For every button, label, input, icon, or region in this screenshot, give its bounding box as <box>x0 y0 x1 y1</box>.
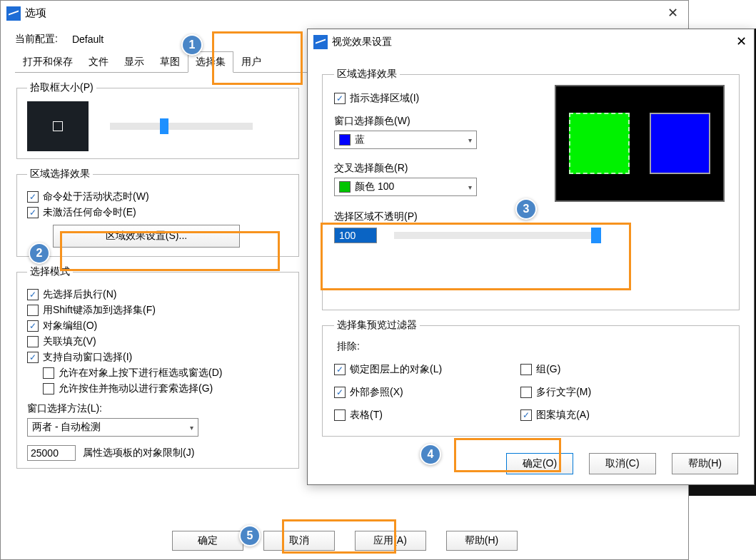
popup-ok-button[interactable]: 确定(O) <box>506 453 573 474</box>
object-limit-label: 属性选项板的对象限制(J) <box>83 447 194 459</box>
chk-shift-add-label: 用Shift键添加到选择集(F) <box>43 304 156 317</box>
callout-4: 4 <box>420 444 441 465</box>
area-effect-group: 区域选择效果 命令处于活动状态时(W) 未激活任何命令时(E) 区域效果设置(S… <box>16 168 299 257</box>
chk-table-label: 表格(T) <box>350 409 383 422</box>
chk-lasso-label: 允许按住并拖动以进行套索选择(G) <box>59 382 213 395</box>
tab-file[interactable]: 文件 <box>81 51 116 72</box>
opacity-slider[interactable] <box>394 232 601 239</box>
cross-color-select[interactable]: 颜色 100 ▾ <box>334 178 477 196</box>
window-method-select[interactable]: 两者 - 自动检测 ▾ <box>27 418 198 437</box>
callout-3: 3 <box>515 198 537 220</box>
chk-object-group-label: 对象编组(O) <box>43 320 97 332</box>
pickbox-group: 拾取框大小(P) <box>16 81 299 159</box>
chk-group-label: 组(G) <box>536 363 560 376</box>
pickbox-slider[interactable] <box>110 123 253 130</box>
color-preview <box>555 85 725 202</box>
apply-button[interactable]: 应用(A) <box>355 531 426 551</box>
color-swatch-blue-icon <box>339 134 351 146</box>
chk-mtext-label: 多行文字(M) <box>536 386 591 399</box>
select-mode-group: 选择模式 先选择后执行(N) 用Shift键添加到选择集(F) 对象编组(O) … <box>16 265 299 469</box>
help-button[interactable]: 帮助(H) <box>446 531 518 551</box>
chk-pre-select-label: 先选择后执行(N) <box>43 288 116 301</box>
filter-group: 选择集预览过滤器 排除: 锁定图层上的对象(L) 外部参照(X) 表格(T) 组… <box>322 319 740 437</box>
chevron-down-icon: ▾ <box>468 183 472 191</box>
chk-pattern-fill[interactable] <box>520 409 532 421</box>
preview-blue-square-icon <box>650 113 710 174</box>
chk-locked-layer-label: 锁定图层上的对象(L) <box>350 363 442 376</box>
cross-color-value: 颜色 100 <box>355 180 394 193</box>
area-effect-legend: 区域选择效果 <box>27 168 93 180</box>
callout-2: 2 <box>29 243 50 264</box>
opacity-input[interactable]: 100 <box>334 228 377 243</box>
chk-indicate-area[interactable] <box>334 93 346 104</box>
tab-open-save[interactable]: 打开和保存 <box>15 51 81 72</box>
config-label: 当前配置: <box>15 33 58 46</box>
popup-area-effect-legend: 区域选择效果 <box>334 68 400 81</box>
filter-legend: 选择集预览过滤器 <box>334 319 420 332</box>
window-color-value: 蓝 <box>355 133 365 146</box>
tab-user[interactable]: 用户 <box>233 51 269 72</box>
chk-press-drag[interactable] <box>43 367 54 379</box>
chevron-down-icon: ▾ <box>468 136 472 144</box>
popup-title: 视觉效果设置 <box>332 36 392 49</box>
chk-cmd-inactive-label: 未激活任何命令时(E) <box>43 206 136 219</box>
chevron-down-icon: ▾ <box>190 424 193 432</box>
pickbox-preview <box>27 101 89 151</box>
chk-group[interactable] <box>520 364 532 375</box>
chk-locked-layer[interactable] <box>334 364 346 375</box>
close-icon[interactable]: ✕ <box>736 34 747 49</box>
chk-xref[interactable] <box>334 387 346 398</box>
chk-auto-window[interactable] <box>27 352 39 363</box>
chk-pre-select[interactable] <box>27 289 39 300</box>
cancel-button[interactable]: 取消 <box>263 531 335 551</box>
app-logo-icon <box>6 6 21 21</box>
tab-display[interactable]: 显示 <box>116 51 152 72</box>
window-color-select[interactable]: 蓝 ▾ <box>334 131 477 149</box>
callout-5: 5 <box>239 525 261 546</box>
titlebar: 选项 ✕ <box>1 1 688 26</box>
chk-press-drag-label: 允许在对象上按下进行框选或窗选(D) <box>59 367 222 380</box>
select-mode-legend: 选择模式 <box>27 265 73 278</box>
preview-green-square-icon <box>569 113 630 174</box>
chk-indicate-area-label: 指示选择区域(I) <box>350 92 419 105</box>
chk-cmd-active[interactable] <box>27 191 39 203</box>
chk-object-group[interactable] <box>27 320 39 332</box>
close-icon[interactable]: ✕ <box>664 4 681 21</box>
chk-pattern-fill-label: 图案填充(A) <box>536 409 590 422</box>
chk-lasso[interactable] <box>43 383 54 394</box>
chk-table[interactable] <box>334 409 346 421</box>
chk-assoc-hatch[interactable] <box>27 336 39 347</box>
chk-assoc-hatch-label: 关联填充(V) <box>43 335 96 348</box>
tab-sketch[interactable]: 草图 <box>152 51 188 72</box>
visual-effects-dialog: 视觉效果设置 ✕ 区域选择效果 指示选择区域(I) 窗口选择颜色(W) 蓝 ▾ … <box>307 29 755 485</box>
window-title: 选项 <box>25 6 46 20</box>
pickbox-legend: 拾取框大小(P) <box>27 81 96 94</box>
window-method-value: 两者 - 自动检测 <box>32 421 101 434</box>
chk-cmd-active-label: 命令处于活动状态时(W) <box>43 190 149 203</box>
config-value: Default <box>72 34 104 45</box>
color-swatch-green-icon <box>339 181 351 193</box>
app-logo-icon <box>313 35 328 49</box>
pickbox-square-icon <box>53 121 63 131</box>
filter-exclude-label: 排除: <box>337 340 727 353</box>
popup-cancel-button[interactable]: 取消(C) <box>589 453 655 474</box>
ok-button[interactable]: 确定 <box>172 531 243 551</box>
window-method-label: 窗口选择方法(L): <box>27 402 288 415</box>
chk-auto-window-label: 支持自动窗口选择(I) <box>43 351 132 364</box>
chk-cmd-inactive[interactable] <box>27 207 39 218</box>
callout-1: 1 <box>181 34 203 56</box>
chk-mtext[interactable] <box>520 387 532 398</box>
chk-shift-add[interactable] <box>27 305 39 316</box>
popup-area-effect-group: 区域选择效果 指示选择区域(I) 窗口选择颜色(W) 蓝 ▾ 交叉选择颜色(R)… <box>322 68 740 310</box>
chk-xref-label: 外部参照(X) <box>350 386 403 399</box>
area-effect-settings-button[interactable]: 区域效果设置(S)... <box>53 225 240 248</box>
object-limit-input[interactable]: 25000 <box>27 445 76 461</box>
popup-help-button[interactable]: 帮助(H) <box>672 453 738 474</box>
